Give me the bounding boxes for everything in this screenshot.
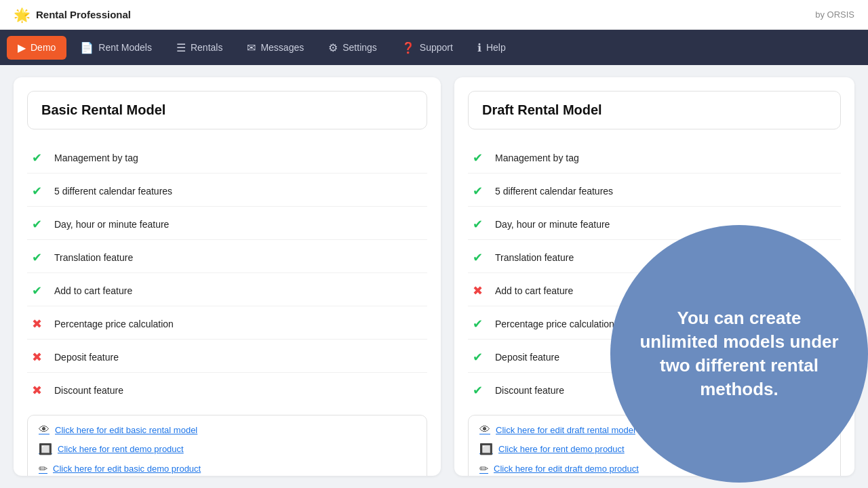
nav-item-help[interactable]: ℹ Help xyxy=(467,36,517,60)
feature-label: Discount feature xyxy=(54,385,123,396)
messages-icon: ✉ xyxy=(247,41,256,54)
nav-item-demo[interactable]: ▶ Demo xyxy=(7,36,66,60)
nav-label-demo: Demo xyxy=(31,42,56,53)
check-icon: ✔ xyxy=(468,348,487,367)
cross-icon: ✖ xyxy=(27,348,46,367)
list-item: ✔ 5 different calendar features xyxy=(27,176,427,207)
cross-icon: ✖ xyxy=(27,381,46,400)
check-icon: ✔ xyxy=(468,314,487,333)
left-feature-list: ✔ Management by tag ✔ 5 different calend… xyxy=(27,143,427,405)
list-item: ✔ Translation feature xyxy=(27,243,427,273)
check-icon: ✔ xyxy=(27,248,46,267)
cross-icon: ✖ xyxy=(27,314,46,333)
rentals-icon: ☰ xyxy=(176,41,186,54)
feature-label: Deposit feature xyxy=(54,352,119,363)
check-icon: ✔ xyxy=(468,215,487,234)
rent-icon: 🔲 xyxy=(479,443,493,455)
nav-item-messages[interactable]: ✉ Messages xyxy=(236,36,315,60)
edit-icon: ✏ xyxy=(39,462,47,475)
feature-label: Percentage price calculation xyxy=(495,319,614,329)
nav-item-rentals[interactable]: ☰ Rentals xyxy=(165,36,233,60)
list-item: ✔ 5 different calendar features xyxy=(468,176,841,207)
feature-label: 5 different calendar features xyxy=(495,186,613,197)
nav-label-rentals: Rentals xyxy=(191,42,222,53)
feature-label: Deposit feature xyxy=(495,352,559,363)
left-edit-demo-link[interactable]: ✏ Click here for edit basic demo product xyxy=(39,462,416,475)
feature-label: 5 different calendar features xyxy=(54,186,172,197)
tooltip-bubble: You can create unlimited models under tw… xyxy=(610,225,868,483)
check-icon: ✔ xyxy=(27,215,46,234)
nav-item-support[interactable]: ❓ Support xyxy=(391,36,464,60)
check-icon: ✔ xyxy=(468,148,487,167)
demo-icon: ▶ xyxy=(18,41,26,54)
rent-models-icon: 📄 xyxy=(80,41,94,54)
feature-label: Percentage price calculation xyxy=(54,319,174,329)
nav-item-settings[interactable]: ⚙ Settings xyxy=(317,36,388,60)
list-item: ✖ Percentage price calculation xyxy=(27,309,427,340)
list-item: ✖ Deposit feature xyxy=(27,342,427,373)
app-name: Rental Professional xyxy=(36,9,131,20)
feature-label: Management by tag xyxy=(495,152,579,163)
left-edit-model-link[interactable]: 👁 Click here for edit basic rental model xyxy=(39,424,416,436)
app-logo: 🌟 Rental Professional xyxy=(14,7,131,23)
right-card-title-box: Draft Rental Model xyxy=(468,91,841,129)
top-bar: 🌟 Rental Professional by ORSIS xyxy=(0,0,868,30)
check-icon: ✔ xyxy=(468,381,487,400)
check-icon: ✔ xyxy=(27,281,46,300)
link-label: Click here for edit draft rental model xyxy=(496,425,635,435)
by-text: by ORSIS xyxy=(815,9,854,20)
check-icon: ✔ xyxy=(468,248,487,267)
feature-label: Management by tag xyxy=(54,152,138,163)
rent-icon: 🔲 xyxy=(39,443,52,455)
check-icon: ✔ xyxy=(27,148,46,167)
nav-item-rent-models[interactable]: 📄 Rent Models xyxy=(69,36,163,60)
help-icon: ℹ xyxy=(477,41,481,54)
feature-label: Add to cart feature xyxy=(54,285,132,296)
feature-label: Day, hour or minute feature xyxy=(54,219,169,230)
link-label: Click here for rent demo product xyxy=(58,444,184,454)
left-card-title-box: Basic Rental Model xyxy=(27,91,427,129)
right-card-title: Draft Rental Model xyxy=(482,102,602,117)
nav-label-rent-models: Rent Models xyxy=(98,42,152,53)
nav-label-help: Help xyxy=(486,42,506,53)
feature-label: Translation feature xyxy=(495,252,574,263)
link-label: Click here for rent demo product xyxy=(498,444,625,454)
feature-label: Translation feature xyxy=(54,252,133,263)
link-label: Click here for edit basic rental model xyxy=(55,425,197,435)
nav-label-settings: Settings xyxy=(342,42,377,53)
edit-icon: ✏ xyxy=(479,462,488,475)
left-card-title: Basic Rental Model xyxy=(41,102,165,117)
nav-label-messages: Messages xyxy=(260,42,304,53)
feature-label: Discount feature xyxy=(495,385,564,396)
right-card-wrapper: Draft Rental Model ✔ Management by tag ✔… xyxy=(454,77,854,476)
left-rent-demo-link[interactable]: 🔲 Click here for rent demo product xyxy=(39,443,416,455)
list-item: ✔ Day, hour or minute feature xyxy=(27,209,427,240)
tooltip-text: You can create unlimited models under tw… xyxy=(610,279,868,428)
eye-icon: 👁 xyxy=(39,424,50,436)
settings-icon: ⚙ xyxy=(328,41,338,54)
left-model-card: Basic Rental Model ✔ Management by tag ✔… xyxy=(14,77,441,476)
support-icon: ❓ xyxy=(401,41,415,54)
nav-label-support: Support xyxy=(420,42,453,53)
main-content: Basic Rental Model ✔ Management by tag ✔… xyxy=(0,65,868,488)
check-icon: ✔ xyxy=(27,182,46,201)
check-icon: ✔ xyxy=(468,182,487,201)
eye-icon: 👁 xyxy=(479,424,490,436)
list-item: ✖ Discount feature xyxy=(27,375,427,405)
cross-icon: ✖ xyxy=(468,281,487,300)
feature-label: Add to cart feature xyxy=(495,285,573,296)
left-links-box: 👁 Click here for edit basic rental model… xyxy=(27,415,427,476)
logo-icon: 🌟 xyxy=(14,7,31,23)
feature-label: Day, hour or minute feature xyxy=(495,219,610,230)
list-item: ✔ Add to cart feature xyxy=(27,276,427,306)
list-item: ✔ Management by tag xyxy=(27,143,427,174)
list-item: ✔ Management by tag xyxy=(468,143,841,174)
nav-bar: ▶ Demo 📄 Rent Models ☰ Rentals ✉ Message… xyxy=(0,30,868,65)
link-label: Click here for edit draft demo product xyxy=(494,464,639,474)
link-label: Click here for edit basic demo product xyxy=(53,464,201,474)
